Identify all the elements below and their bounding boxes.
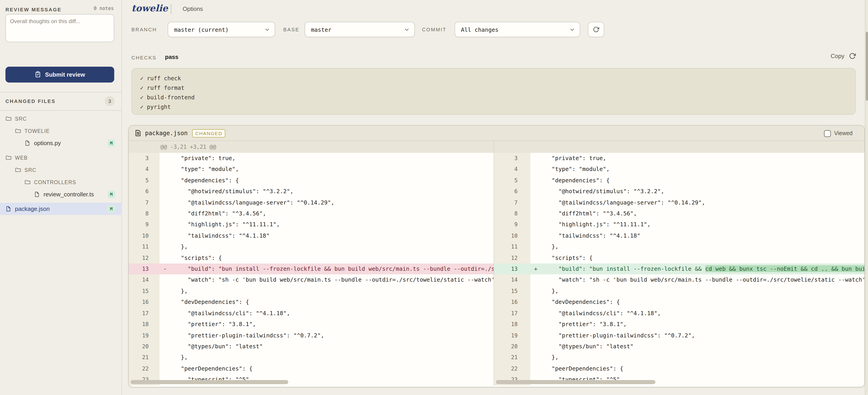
topbar-divider (171, 4, 171, 14)
diff-left-cell: 14 "watch": "sh -c 'bun build web/src/ma… (129, 275, 494, 286)
diff-marker (530, 242, 541, 252)
branch-label: BRANCH (131, 22, 157, 37)
diff-right-cell: 18 "prettier": "3.8.1", (494, 319, 864, 330)
diff-row: 9 "highlight.js": "^11.11.1",9 "highligh… (129, 219, 864, 231)
file-tree: SRCTOWELIEoptions.pyMWEBSRCCONTROLLERSre… (0, 113, 122, 215)
diff-marker (159, 164, 170, 175)
line-number: 18 (494, 319, 530, 330)
left-pane-horizontal-scrollbar[interactable] (130, 380, 288, 384)
tree-folder-src[interactable]: SRC (0, 164, 122, 176)
file-icon (34, 191, 40, 197)
diff-left-cell: 16 "devDependencies": { (129, 297, 494, 308)
diff-row: 19 "prettier-plugin-tailwindcss": "^0.7.… (129, 330, 864, 341)
diff-right-cell: 5 "dependencies": { (494, 175, 864, 186)
diff-right-cell: 11 }, (494, 242, 864, 252)
line-number: 9 (129, 219, 159, 231)
viewed-toggle[interactable]: Viewed (819, 127, 857, 139)
diff-marker (530, 330, 541, 341)
code-line: "peerDependencies": { (541, 363, 864, 374)
diff-marker (159, 297, 170, 308)
rerun-checks-icon[interactable] (849, 53, 856, 59)
diff-marker (159, 252, 170, 264)
tree-file-review_controller.ts[interactable]: review_controller.tsM (0, 188, 122, 201)
code-line: "highlight.js": "^11.11.1", (541, 219, 864, 231)
page-scrollbar-thumb[interactable] (866, 32, 868, 101)
code-line: "peerDependencies": { (170, 363, 494, 374)
modified-badge: M (107, 139, 115, 147)
diff-marker (530, 219, 541, 231)
commit-select[interactable]: All changes (455, 22, 580, 37)
code-line: }, (541, 286, 864, 297)
diff-left-cell: 7 "@tailwindcss/language-server": "^0.14… (129, 197, 494, 208)
review-message-input[interactable] (5, 14, 114, 42)
diff-left-cell: 5 "dependencies": { (129, 175, 494, 186)
diff-row: 4 "type": "module",4 "type": "module", (129, 164, 864, 175)
diff-row: 12 "scripts": {12 "scripts": { (129, 252, 864, 264)
commit-select-value: All changes (461, 26, 569, 33)
refresh-button[interactable] (588, 22, 604, 37)
diff-marker (530, 197, 541, 208)
diff-marker (159, 286, 170, 297)
page-scrollbar[interactable] (865, 0, 868, 395)
diff-right-cell: 4 "type": "module", (494, 164, 864, 175)
diff-left-cell: 4 "type": "module", (129, 164, 494, 175)
base-label: BASE (283, 22, 300, 37)
tree-folder-src[interactable]: SRC (0, 113, 122, 125)
app-logo: towelie (131, 3, 168, 13)
checks-actions: Copy (831, 53, 856, 59)
copy-button[interactable]: Copy (831, 53, 844, 59)
diff-row: 17 "@tailwindcss/cli": "^4.1.18",17 "@ta… (129, 308, 864, 319)
line-number: 19 (129, 330, 159, 341)
tree-item-label: package.json (15, 206, 50, 212)
diff-marker (159, 153, 170, 164)
diff-marker (159, 186, 170, 197)
line-number: 13 (494, 264, 530, 275)
diff-marker (159, 275, 170, 286)
viewed-checkbox[interactable] (824, 130, 831, 137)
submit-review-button[interactable]: Submit review (5, 67, 114, 83)
diff-right-cell: 7 "@tailwindcss/language-server": "^0.14… (494, 197, 864, 208)
diff-marker (530, 153, 541, 164)
line-number: 8 (494, 208, 530, 219)
tree-file-options.py[interactable]: options.pyM (0, 137, 122, 149)
right-pane-horizontal-scrollbar[interactable] (496, 380, 655, 384)
diff-marker (159, 175, 170, 186)
tree-item-label: options.py (34, 140, 61, 147)
diff-marker (159, 231, 170, 242)
code-line: "devDependencies": { (170, 297, 494, 308)
code-line: }, (541, 352, 864, 363)
line-number: 7 (129, 197, 159, 208)
diff-left-cell: 21 }, (129, 352, 494, 363)
line-number: 4 (494, 164, 530, 175)
diff-marker (159, 352, 170, 363)
diff-right-cell: 10 "tailwindcss": "^4.1.18" (494, 231, 864, 242)
nav-options-link[interactable]: Options (183, 5, 203, 12)
line-number: 6 (129, 186, 159, 197)
line-number: 17 (494, 308, 530, 319)
diff-right-cell: 6 "@hotwired/stimulus": "^3.2.2", (494, 186, 864, 197)
branch-select[interactable]: master (current) (168, 22, 275, 37)
code-line: "private": true, (170, 153, 494, 164)
diff-left-cell: 9 "highlight.js": "^11.11.1", (129, 219, 494, 231)
diff-right-cell: 17 "@tailwindcss/cli": "^4.1.18", (494, 308, 864, 319)
code-line: "prettier": "3.8.1", (170, 319, 494, 330)
diff-left-cell: 10 "tailwindcss": "^4.1.18" (129, 231, 494, 242)
code-line: "scripts": { (170, 252, 494, 264)
refresh-icon (593, 26, 599, 33)
tree-folder-towelie[interactable]: TOWELIE (0, 125, 122, 137)
line-number: 15 (494, 286, 530, 297)
line-number: 16 (494, 297, 530, 308)
tree-folder-web[interactable]: WEB (0, 151, 122, 164)
code-line: "@tailwindcss/language-server": "^0.14.2… (541, 197, 864, 208)
tree-item-label: SRC (15, 116, 27, 121)
tree-file-package.json[interactable]: package.jsonM (0, 203, 122, 215)
tree-item-label: SRC (25, 167, 36, 173)
line-number: 11 (129, 242, 159, 252)
diff-marker (530, 208, 541, 219)
line-number: 8 (129, 208, 159, 219)
diff-row: 16 "devDependencies": {16 "devDependenci… (129, 297, 864, 308)
tree-folder-controllers[interactable]: CONTROLLERS (0, 176, 122, 188)
base-select[interactable]: master (305, 22, 415, 37)
diff-row: 18 "prettier": "3.8.1",18 "prettier": "3… (129, 319, 864, 330)
line-number: 13 (129, 264, 159, 275)
